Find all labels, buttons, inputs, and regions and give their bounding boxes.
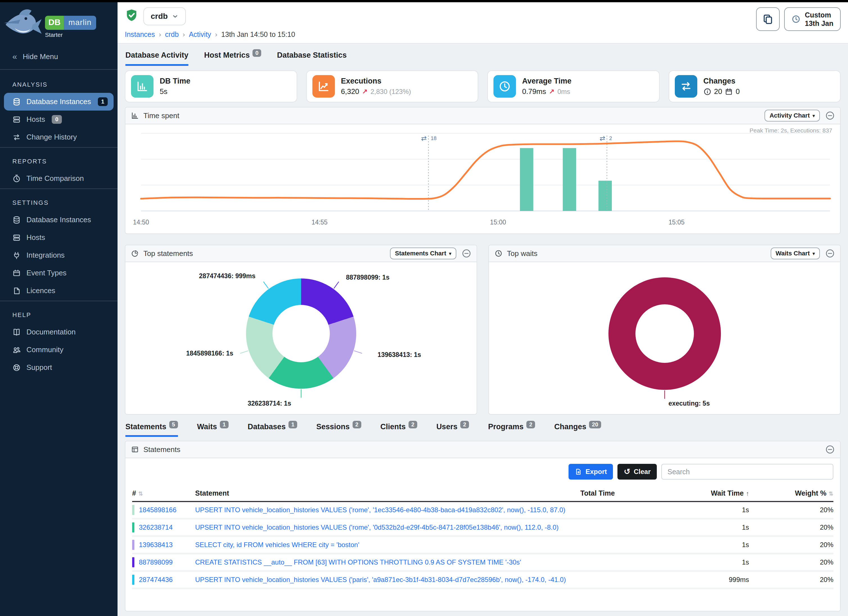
wait-time-cell: 1s [665, 506, 749, 514]
detail-tab-clients[interactable]: Clients2 [380, 423, 417, 437]
chevrons-left-icon: « [12, 52, 17, 61]
detail-tab-statements[interactable]: Statements5 [125, 423, 178, 437]
breadcrumb-current: 13th Jan 14:50 to 15:10 [221, 30, 295, 39]
statement-id-link[interactable]: 1845898166 [139, 506, 176, 514]
donut-slice-label: 139638413: 1s [378, 351, 421, 359]
column-header[interactable]: Weight %⇅ [749, 489, 833, 497]
weight-cell: 20% [749, 576, 833, 584]
sidebar-item-database-instances[interactable]: Database Instances1 [4, 93, 114, 111]
sidebar-item-documentation[interactable]: Documentation [0, 323, 117, 341]
weight-cell: 20% [749, 524, 833, 531]
panel-title: Top waits [507, 249, 537, 258]
tab-badge: 2 [460, 421, 469, 428]
sidebar-item-hosts[interactable]: Hosts [0, 229, 117, 246]
marlin-fish-icon [3, 8, 44, 43]
table-row: 326238714UPSERT INTO vehicle_location_hi… [132, 520, 833, 537]
sidebar-divider [0, 301, 117, 301]
svg-text:15:00: 15:00 [490, 218, 506, 226]
metric-delta: 2,830 (123%) [371, 88, 411, 96]
tab-database-statistics[interactable]: Database Statistics [277, 51, 347, 66]
metric-value: 6,320 [341, 87, 359, 96]
table-row: 287474436UPSERT INTO vehicle_location_hi… [132, 572, 833, 589]
time-range-mode: Custom [805, 11, 831, 19]
statement-link[interactable]: SELECT city, id FROM vehicles WHERE city… [195, 541, 359, 549]
detail-tab-databases[interactable]: Databases1 [248, 423, 297, 437]
tab-database-activity[interactable]: Database Activity [125, 51, 188, 66]
detail-tab-users[interactable]: Users2 [436, 423, 469, 437]
metric-icon [312, 75, 335, 98]
collapse-icon[interactable] [826, 111, 835, 120]
statement-id-link[interactable]: 287474436 [139, 576, 173, 584]
tab-badge: 20 [589, 421, 601, 428]
statement-id-link[interactable]: 326238714 [139, 524, 173, 531]
app-logo[interactable]: DB marlin Starter [0, 2, 117, 44]
waits-chart-dropdown[interactable]: Waits Chart▾ [771, 248, 820, 259]
statement-link[interactable]: CREATE STATISTICS __auto__ FROM [63] WIT… [195, 558, 521, 566]
wait-time-cell: 1s [665, 541, 749, 549]
column-header[interactable]: Total Time [580, 489, 665, 497]
dbmarlin-app: DB marlin Starter « Hide Menu ANALYSISDa… [0, 0, 848, 616]
shield-check-icon [125, 9, 138, 24]
statement-id-link[interactable]: 887898099 [139, 558, 173, 566]
metric-value: 5s [160, 87, 167, 96]
top-statements-donut[interactable]: 887898099: 1s139638413: 1s326238714: 1s1… [125, 262, 477, 414]
collapse-icon[interactable] [826, 249, 835, 258]
sidebar-item-database-instances[interactable]: Database Instances [0, 211, 117, 229]
statement-link[interactable]: UPSERT INTO vehicle_location_histories V… [195, 576, 566, 583]
event-icon [12, 269, 21, 278]
breadcrumb-instances[interactable]: Instances [125, 30, 155, 39]
svg-text:14:55: 14:55 [311, 218, 328, 226]
sidebar-nav: ANALYSISDatabase Instances1Hosts0Change … [0, 70, 117, 616]
column-header[interactable]: Statement [195, 489, 580, 497]
edition-label: Starter [45, 31, 96, 38]
table-icon [131, 445, 139, 453]
sort-asc-icon: ↑ [746, 490, 749, 497]
sidebar-item-integrations[interactable]: Integrations [0, 246, 117, 264]
statement-id-link[interactable]: 139638413 [139, 541, 173, 549]
sidebar-item-event-types[interactable]: Event Types [0, 264, 117, 282]
collapse-icon[interactable] [826, 445, 835, 454]
tab-host-metrics[interactable]: Host Metrics0 [204, 51, 261, 66]
column-header[interactable]: #⇅ [132, 489, 195, 497]
detail-tab-waits[interactable]: Waits1 [197, 423, 228, 437]
column-header[interactable]: Wait Time↑ [665, 489, 749, 497]
sidebar-item-change-history[interactable]: Change History [0, 128, 117, 146]
detail-tab-programs[interactable]: Programs2 [488, 423, 535, 437]
sort-icon: ⇅ [138, 491, 143, 497]
tab-badge: 1 [220, 421, 228, 428]
sidebar-item-time-comparison[interactable]: Time Comparison [0, 169, 117, 187]
breadcrumb-crdb[interactable]: crdb [165, 30, 179, 39]
swap-icon [680, 80, 692, 92]
statement-link[interactable]: UPSERT INTO vehicle_location_histories V… [195, 524, 559, 531]
statements-table: #⇅StatementTotal TimeWait Time↑Weight %⇅… [125, 484, 840, 601]
search-input[interactable] [661, 464, 833, 479]
sidebar-item-hosts[interactable]: Hosts0 [0, 111, 117, 128]
metric-delta: 0ms [557, 88, 570, 96]
sidebar-item-support[interactable]: Support [0, 359, 117, 376]
detail-tab-sessions[interactable]: Sessions2 [316, 423, 361, 437]
time-range-button[interactable]: Custom 13th Jan [784, 7, 841, 31]
activity-chart-dropdown[interactable]: Activity Chart▾ [765, 110, 820, 122]
clear-button[interactable]: ↺ Clear [617, 464, 657, 479]
export-button[interactable]: Export [569, 464, 613, 479]
caret-down-icon: ▾ [812, 113, 815, 119]
sidebar-section-title: ANALYSIS [12, 81, 117, 88]
main-content: crdb Instances› crdb› Activity› 13th Jan… [117, 2, 848, 616]
statement-link[interactable]: UPSERT INTO vehicle_location_histories V… [195, 506, 565, 514]
collapse-icon[interactable] [462, 249, 471, 258]
swap-icon [12, 133, 21, 141]
top-waits-donut[interactable]: executing: 5s [489, 262, 840, 414]
copy-link-button[interactable] [756, 7, 780, 31]
tab-badge: 5 [169, 421, 178, 428]
database-icon [12, 216, 21, 224]
breadcrumb-activity[interactable]: Activity [189, 30, 211, 39]
hide-menu-button[interactable]: « Hide Menu [0, 44, 117, 68]
time-spent-chart[interactable]: ⇄18⇄214:5014:5515:0015:05 [129, 125, 837, 231]
topbar: crdb Instances› crdb› Activity› 13th Jan… [117, 2, 848, 44]
tab-badge: 2 [526, 421, 535, 428]
sidebar-item-licences[interactable]: Licences [0, 282, 117, 300]
detail-tab-changes[interactable]: Changes20 [554, 423, 601, 437]
sidebar-item-community[interactable]: Community [0, 341, 117, 359]
statements-chart-dropdown[interactable]: Statements Chart▾ [390, 248, 456, 259]
instance-selector[interactable]: crdb [144, 7, 186, 25]
